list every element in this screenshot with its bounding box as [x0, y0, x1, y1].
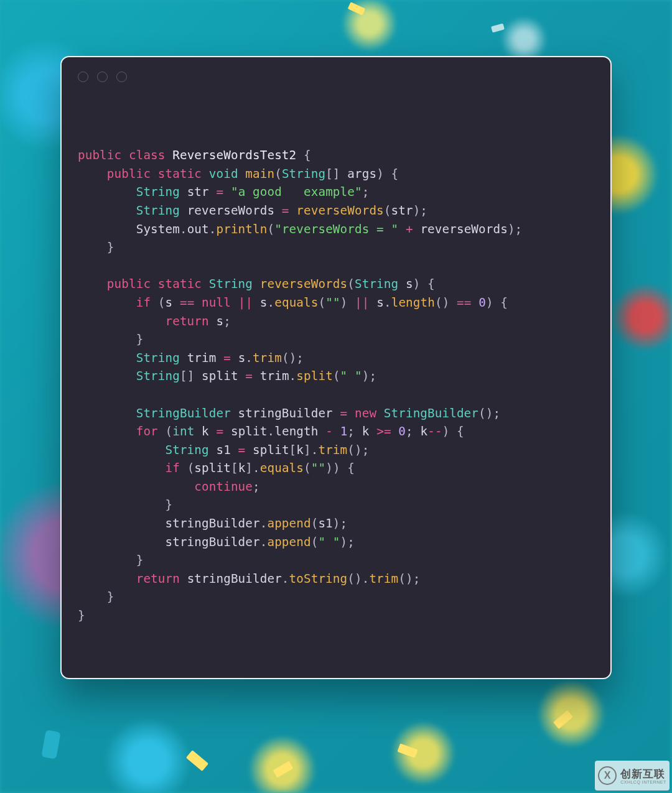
code-line: return stringBuilder.toString().trim();: [78, 572, 420, 586]
method-reverseWords: reverseWords: [260, 277, 348, 291]
code-window: public class ReverseWordsTest2 { public …: [60, 56, 612, 679]
code-line: for (int k = split.length - 1; k >= 0; k…: [78, 424, 464, 438]
method-main: main: [245, 167, 274, 181]
code-line: String s1 = split[k].trim();: [78, 443, 369, 457]
code-line: }: [78, 590, 114, 604]
code-line: }: [78, 498, 172, 512]
code-line: if (s == null || s.equals("") || s.lengt…: [78, 295, 508, 310]
code-line: String reverseWords = reverseWords(str);: [78, 203, 427, 218]
watermark: X 创新互联 CXHLCQ INTERNET: [595, 761, 670, 791]
code-line: }: [78, 240, 114, 254]
code-line: public class ReverseWordsTest2 {: [78, 148, 311, 162]
zoom-icon[interactable]: [116, 72, 127, 82]
keyword-public: public: [78, 148, 121, 162]
code-line: if (split[k].equals("")) {: [78, 461, 355, 475]
code-line: StringBuilder stringBuilder = new String…: [78, 406, 500, 420]
class-name: ReverseWordsTest2: [172, 148, 296, 162]
code-line: return s;: [78, 314, 231, 328]
code-line: }: [78, 553, 143, 567]
keyword-class: class: [129, 148, 166, 162]
code-block: public class ReverseWordsTest2 { public …: [62, 96, 610, 643]
code-line: continue;: [78, 480, 260, 494]
code-line: System.out.println("reverseWords = " + r…: [78, 222, 522, 236]
code-line: public static String reverseWords(String…: [78, 277, 435, 291]
code-line: stringBuilder.append(" ");: [78, 535, 355, 549]
code-line: stringBuilder.append(s1);: [78, 516, 347, 531]
code-line: }: [78, 608, 85, 623]
code-line: String[] split = trim.split(" ");: [78, 369, 376, 383]
minimize-icon[interactable]: [97, 72, 108, 82]
code-line: }: [78, 332, 143, 346]
code-line: String trim = s.trim();: [78, 351, 304, 365]
code-line: public static void main(String[] args) {: [78, 167, 398, 181]
close-icon[interactable]: [78, 72, 88, 82]
watermark-text: 创新互联: [620, 767, 666, 781]
watermark-subtext: CXHLCQ INTERNET: [620, 780, 666, 784]
watermark-logo-icon: X: [598, 766, 617, 785]
titlebar: [62, 57, 610, 96]
code-line: String str = "a good example";: [78, 185, 369, 199]
